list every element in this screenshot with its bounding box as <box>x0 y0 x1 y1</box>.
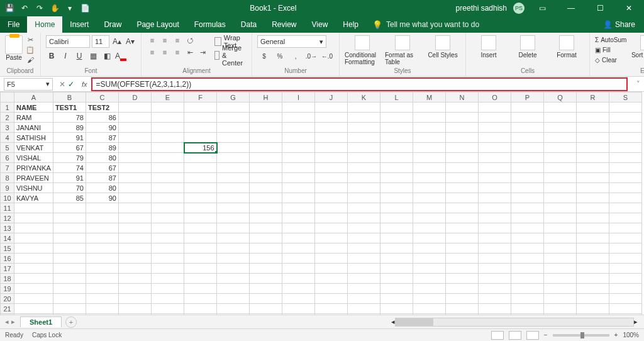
cell-N10[interactable] <box>446 193 479 203</box>
cell-B3[interactable]: 89 <box>53 123 86 133</box>
cell-C8[interactable]: 87 <box>86 173 119 183</box>
cell-J6[interactable] <box>315 153 348 163</box>
column-header-Q[interactable]: Q <box>544 92 577 103</box>
cell-C16[interactable] <box>86 254 119 264</box>
cell-I4[interactable] <box>282 133 315 143</box>
cell-Q1[interactable] <box>544 103 577 113</box>
cell-L9[interactable] <box>380 183 413 193</box>
cell-O21[interactable] <box>479 304 511 314</box>
cell-S5[interactable] <box>609 143 642 153</box>
cell-D14[interactable] <box>119 233 152 243</box>
cell-A20[interactable] <box>14 294 53 304</box>
cell-A3[interactable]: JANANI <box>14 123 53 133</box>
cell-D2[interactable] <box>119 113 152 123</box>
insert-cells-button[interactable]: Insert <box>471 35 506 59</box>
horizontal-scrollbar[interactable]: ◂ ▸ <box>77 318 644 327</box>
cell-L15[interactable] <box>380 243 413 254</box>
cell-M16[interactable] <box>413 254 446 264</box>
cell-O16[interactable] <box>479 254 511 264</box>
conditional-formatting-button[interactable]: Conditional Formatting <box>345 35 380 65</box>
row-header-4[interactable]: 4 <box>1 133 14 143</box>
cell-D6[interactable] <box>119 153 152 163</box>
cell-B2[interactable]: 78 <box>53 113 86 123</box>
row-header-8[interactable]: 8 <box>1 173 14 183</box>
cell-O1[interactable] <box>479 103 511 113</box>
cell-P6[interactable] <box>511 153 544 163</box>
cell-K10[interactable] <box>348 193 380 203</box>
cell-K12[interactable] <box>348 213 380 223</box>
tab-insert[interactable]: Insert <box>62 16 96 33</box>
cell-S18[interactable] <box>609 274 642 284</box>
cell-K21[interactable] <box>348 304 380 314</box>
cell-S11[interactable] <box>609 203 642 213</box>
cell-K13[interactable] <box>348 223 380 233</box>
cell-M20[interactable] <box>413 294 446 304</box>
zoom-out-icon[interactable]: − <box>544 332 548 338</box>
row-header-10[interactable]: 10 <box>1 193 14 203</box>
cell-R8[interactable] <box>577 173 609 183</box>
cell-L1[interactable] <box>380 103 413 113</box>
cell-D15[interactable] <box>119 243 152 254</box>
cell-F13[interactable] <box>184 223 217 233</box>
cell-S12[interactable] <box>609 213 642 223</box>
cell-B10[interactable]: 85 <box>53 193 86 203</box>
cell-D1[interactable] <box>119 103 152 113</box>
cell-J1[interactable] <box>315 103 348 113</box>
cell-P17[interactable] <box>511 264 544 274</box>
cell-B8[interactable]: 91 <box>53 173 86 183</box>
cell-R14[interactable] <box>577 233 609 243</box>
cell-B12[interactable] <box>53 213 86 223</box>
cell-M18[interactable] <box>413 274 446 284</box>
cell-K17[interactable] <box>348 264 380 274</box>
align-top-icon[interactable]: ≡ <box>147 35 158 45</box>
column-header-K[interactable]: K <box>348 92 380 103</box>
cell-I20[interactable] <box>282 294 315 304</box>
cell-Q19[interactable] <box>544 284 577 294</box>
column-header-J[interactable]: J <box>315 92 348 103</box>
cell-C4[interactable]: 87 <box>86 133 119 143</box>
cell-I10[interactable] <box>282 193 315 203</box>
cell-H8[interactable] <box>250 173 282 183</box>
column-header-H[interactable]: H <box>250 92 282 103</box>
cell-M21[interactable] <box>413 304 446 314</box>
cell-F7[interactable] <box>184 163 217 173</box>
cell-B13[interactable] <box>53 223 86 233</box>
user-name[interactable]: preethi sadhish <box>456 4 507 13</box>
cell-I6[interactable] <box>282 153 315 163</box>
cell-L6[interactable] <box>380 153 413 163</box>
fx-icon[interactable]: fx <box>78 81 91 88</box>
scroll-right-icon[interactable]: ▸ <box>634 318 638 326</box>
cell-D8[interactable] <box>119 173 152 183</box>
row-header-14[interactable]: 14 <box>1 233 14 243</box>
cell-N16[interactable] <box>446 254 479 264</box>
column-header-E[interactable]: E <box>152 92 184 103</box>
cell-A12[interactable] <box>14 213 53 223</box>
cell-C10[interactable]: 90 <box>86 193 119 203</box>
cell-M3[interactable] <box>413 123 446 133</box>
cell-E5[interactable] <box>152 143 184 153</box>
page-layout-view-icon[interactable] <box>509 331 521 340</box>
cell-I15[interactable] <box>282 243 315 254</box>
cell-A2[interactable]: RAM <box>14 113 53 123</box>
column-header-N[interactable]: N <box>446 92 479 103</box>
cell-S14[interactable] <box>609 233 642 243</box>
cell-B5[interactable]: 67 <box>53 143 86 153</box>
cell-N5[interactable] <box>446 143 479 153</box>
cell-F17[interactable] <box>184 264 217 274</box>
cell-K2[interactable] <box>348 113 380 123</box>
cell-G15[interactable] <box>217 243 250 254</box>
cell-M11[interactable] <box>413 203 446 213</box>
accounting-format-icon[interactable]: $ <box>257 50 271 62</box>
cell-Q14[interactable] <box>544 233 577 243</box>
cell-R5[interactable] <box>577 143 609 153</box>
cell-B20[interactable] <box>53 294 86 304</box>
cell-E9[interactable] <box>152 183 184 193</box>
cell-O12[interactable] <box>479 213 511 223</box>
cancel-formula-icon[interactable]: ✕ <box>59 80 65 89</box>
cell-P11[interactable] <box>511 203 544 213</box>
cell-J13[interactable] <box>315 223 348 233</box>
cell-I8[interactable] <box>282 173 315 183</box>
cell-Q3[interactable] <box>544 123 577 133</box>
column-header-I[interactable]: I <box>282 92 315 103</box>
cell-M5[interactable] <box>413 143 446 153</box>
